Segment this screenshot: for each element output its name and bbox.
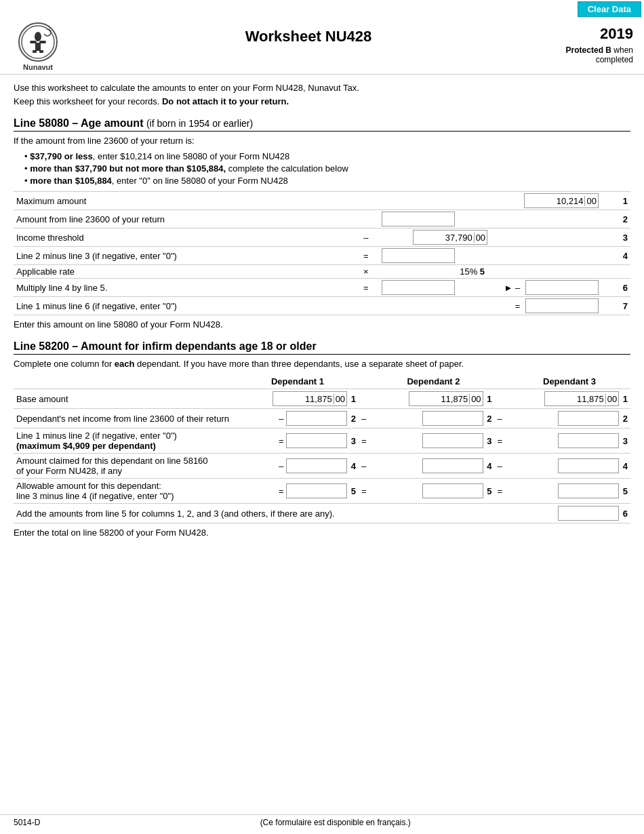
row7-right-input[interactable] bbox=[525, 298, 599, 313]
row2-input-cell[interactable] bbox=[379, 210, 490, 229]
dep3-row3-input[interactable] bbox=[558, 433, 619, 448]
dep2-row3-cell[interactable]: 3 bbox=[373, 429, 495, 454]
dep3-row3-cell[interactable]: 3 bbox=[508, 429, 630, 454]
dep3-row5-linenum: 5 bbox=[623, 486, 628, 496]
dep1-base-val: 11,875 bbox=[305, 394, 332, 404]
dep3-row4-linenum: 4 bbox=[623, 461, 628, 471]
row4-input[interactable] bbox=[382, 248, 455, 263]
section1-enter-text: Enter this amount on line 58080 of your … bbox=[14, 319, 630, 330]
row4-label: Line 2 minus line 3 (if negative, enter … bbox=[14, 247, 353, 265]
dep1-row2-input[interactable] bbox=[286, 411, 347, 426]
dep-row-base: Base amount 11,87500 1 11,87500 1 bbox=[14, 389, 630, 409]
dep1-base-cell: 11,87500 1 bbox=[237, 389, 359, 409]
dep1-row3-input[interactable] bbox=[286, 433, 347, 448]
dep-base-label: Base amount bbox=[14, 389, 237, 409]
row5-right bbox=[490, 265, 601, 279]
row6-input[interactable] bbox=[382, 280, 455, 295]
dep1-row3-cell[interactable]: = 3 bbox=[237, 429, 359, 454]
calc-row-1: Maximum amount 10,21400 1 bbox=[14, 192, 630, 210]
dep1-row5-cell[interactable]: = 5 bbox=[237, 479, 359, 504]
dep-desc-header bbox=[14, 374, 237, 389]
dep3-row5-input[interactable] bbox=[558, 483, 619, 498]
row6-arrow: ► – bbox=[504, 283, 521, 293]
dep-row3-label: Line 1 minus line 2 (if negative, enter … bbox=[14, 429, 237, 454]
dep-spacer5-1: = bbox=[359, 479, 373, 504]
worksheet-title: Worksheet NU428 bbox=[65, 28, 552, 45]
intro-line1: Use this worksheet to calculate the amou… bbox=[14, 81, 630, 95]
section2-title: Line 58200 – Amount for infirm dependant… bbox=[14, 340, 317, 352]
calc-row-5: Applicable rate × 15% 5 bbox=[14, 265, 630, 279]
intro-text: Use this worksheet to calculate the amou… bbox=[14, 81, 630, 108]
clear-data-button[interactable]: Clear Data bbox=[578, 1, 641, 17]
form-number: 5014-D bbox=[14, 818, 40, 827]
dep3-base-linenum: 1 bbox=[623, 394, 628, 404]
row2-right bbox=[490, 210, 601, 229]
dep-row-3: Line 1 minus line 2 (if negative, enter … bbox=[14, 429, 630, 454]
section1-condition: If the amount from line 23600 of your re… bbox=[14, 136, 630, 146]
row7-eq: = bbox=[515, 301, 521, 311]
dep2-base-cents: 00 bbox=[469, 394, 481, 404]
row5-linenum bbox=[601, 265, 630, 279]
dep2-row5-cell[interactable]: 5 bbox=[373, 479, 495, 504]
dep3-row2-input[interactable] bbox=[558, 411, 619, 426]
row1-linenum: 1 bbox=[601, 192, 630, 210]
dep-row-2: Dependant's net income from line 23600 o… bbox=[14, 409, 630, 429]
dep2-row4-input[interactable] bbox=[422, 458, 483, 473]
dep1-row5-input[interactable] bbox=[286, 483, 347, 498]
row1-op bbox=[353, 192, 380, 210]
row2-label: Amount from line 23600 of your return bbox=[14, 210, 353, 229]
row6-right-input[interactable] bbox=[525, 280, 599, 295]
svg-rect-5 bbox=[33, 50, 37, 53]
dep-row3-max: (maximum $4,909 per dependant) bbox=[16, 441, 156, 451]
header-center: Worksheet NU428 bbox=[65, 22, 552, 45]
dep1-row4-cell[interactable]: – 4 bbox=[237, 454, 359, 479]
dep3-row5-cell[interactable]: 5 bbox=[508, 479, 630, 504]
dep3-base-cents: 00 bbox=[605, 394, 617, 404]
row1-label: Maximum amount bbox=[14, 192, 353, 210]
row5-op: × bbox=[353, 265, 380, 279]
calc-row-2: Amount from line 23600 of your return 2 bbox=[14, 210, 630, 229]
page-footer: 5014-D (Ce formulaire est disponible en … bbox=[0, 814, 644, 827]
row5-label: Applicable rate bbox=[14, 265, 353, 279]
dep2-row3-linenum: 3 bbox=[487, 436, 491, 446]
dep-spacer2 bbox=[494, 374, 508, 389]
dep2-row3-input[interactable] bbox=[422, 433, 483, 448]
dep2-row2-input[interactable] bbox=[422, 411, 483, 426]
logo-text: Nunavut bbox=[23, 63, 53, 71]
row3-cents: 00 bbox=[474, 233, 485, 243]
row4-right bbox=[490, 247, 601, 265]
dep1-row4-linenum: 4 bbox=[351, 461, 356, 471]
protected-label: Protected B when completed bbox=[552, 45, 633, 64]
dependants-table: Dependant 1 Dependant 2 Dependant 3 Base… bbox=[14, 374, 630, 523]
row4-input-cell[interactable] bbox=[379, 247, 490, 265]
svg-rect-4 bbox=[35, 43, 41, 51]
section2-intro: Complete one column for each dependant. … bbox=[14, 359, 630, 369]
row6-label: Multiply line 4 by line 5. bbox=[14, 279, 353, 297]
row3-op: – bbox=[353, 229, 380, 247]
intro-line2: Keep this worksheet for your records. Do… bbox=[14, 95, 630, 108]
dep3-row4-input[interactable] bbox=[558, 458, 619, 473]
dep2-row5-input[interactable] bbox=[422, 483, 483, 498]
intro-line2-bold: Do not attach it to your return. bbox=[162, 96, 289, 106]
row2-input[interactable] bbox=[382, 212, 455, 226]
section1-header: Line 58080 – Age amount (if born in 1954… bbox=[14, 117, 630, 132]
dep1-row3-linenum: 3 bbox=[351, 436, 356, 446]
dep1-row4-input[interactable] bbox=[286, 458, 347, 473]
dep3-row4-cell[interactable]: 4 bbox=[508, 454, 630, 479]
dep1-row2-cell[interactable]: – 2 bbox=[237, 409, 359, 429]
row6-input-cell[interactable] bbox=[379, 279, 490, 297]
dep-header-row: Dependant 1 Dependant 2 Dependant 3 bbox=[14, 374, 630, 389]
dep2-row4-cell[interactable]: 4 bbox=[373, 454, 495, 479]
top-bar: Clear Data bbox=[0, 0, 644, 18]
bullet-list: $37,790 or less, enter $10,214 on line 5… bbox=[24, 151, 630, 186]
dep2-row2-cell[interactable]: 2 bbox=[373, 409, 495, 429]
protected-bold: Protected B bbox=[566, 45, 611, 55]
row3-right bbox=[490, 229, 601, 247]
row3-value-cell: 37,79000 bbox=[379, 229, 490, 247]
dep3-row2-cell[interactable]: 2 bbox=[508, 409, 630, 429]
dep-row6-total-input[interactable] bbox=[558, 506, 619, 521]
each-bold: each bbox=[115, 359, 135, 369]
row1-spacer bbox=[379, 192, 490, 210]
dep-row6-total-cell[interactable]: 6 bbox=[508, 504, 630, 523]
dep-spacer4-1: – bbox=[359, 454, 373, 479]
